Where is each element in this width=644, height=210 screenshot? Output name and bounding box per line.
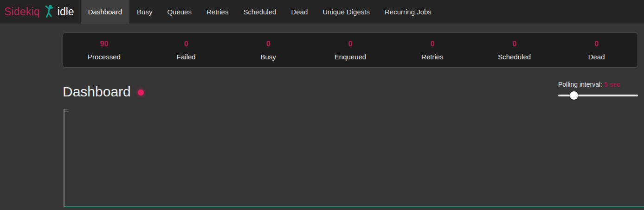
y-axis-tick	[64, 111, 69, 112]
stat-busy: 0 Busy	[227, 40, 309, 61]
nav-tab-busy[interactable]: Busy	[129, 0, 160, 24]
sidekiq-dancer-logo-icon	[44, 4, 54, 20]
stat-busy-value: 0	[227, 40, 309, 48]
page-header: Dashboard Polling interval: 5 sec	[63, 81, 638, 100]
stat-failed-label: Failed	[145, 53, 227, 61]
stat-scheduled: 0 Scheduled	[473, 40, 555, 61]
page-title: Dashboard	[63, 84, 144, 100]
nav-tab-dashboard[interactable]: Dashboard	[81, 0, 129, 24]
polling-label: Polling interval: 5 sec	[558, 81, 638, 88]
brand-wordmark: Sidekiq	[4, 6, 40, 18]
nav-tab-retries[interactable]: Retries	[199, 0, 236, 24]
nav-tab-recurring-jobs[interactable]: Recurring Jobs	[377, 0, 439, 24]
stat-retries-label: Retries	[391, 53, 473, 61]
stat-failed: 0 Failed	[145, 40, 227, 61]
live-poll-beacon-icon	[138, 89, 144, 95]
stat-processed: 90 Processed	[63, 40, 145, 61]
status-text: idle	[58, 6, 74, 18]
polling-control: Polling interval: 5 sec	[558, 81, 638, 100]
page-title-text: Dashboard	[63, 84, 131, 100]
stat-dead: 0 Dead	[555, 40, 638, 61]
polling-value: 5 sec	[604, 81, 620, 88]
stat-retries-value: 0	[391, 40, 473, 48]
stat-enqueued-value: 0	[309, 40, 392, 48]
stat-enqueued-label: Enqueued	[309, 53, 392, 61]
stat-processed-value: 90	[63, 40, 145, 48]
polling-interval-slider[interactable]	[558, 91, 638, 100]
dashboard-chart-section	[64, 109, 644, 207]
stat-enqueued: 0 Enqueued	[309, 40, 392, 61]
nav-tab-dead[interactable]: Dead	[283, 0, 315, 24]
stat-dead-label: Dead	[555, 53, 638, 61]
stat-failed-value: 0	[145, 40, 227, 48]
stat-processed-label: Processed	[63, 53, 145, 61]
stats-summary-bar: 90 Processed 0 Failed 0 Busy 0 Enqueued …	[63, 32, 638, 68]
brand-link[interactable]: Sidekiq idle	[0, 0, 77, 24]
realtime-chart-canvas	[64, 109, 644, 207]
nav-tab-scheduled[interactable]: Scheduled	[236, 0, 283, 24]
stat-dead-value: 0	[555, 40, 638, 48]
stat-retries: 0 Retries	[391, 40, 473, 61]
stat-scheduled-label: Scheduled	[473, 53, 555, 61]
top-navbar: Sidekiq idle Dashboard Busy Queues Retri…	[0, 0, 644, 24]
nav-tabs: Dashboard Busy Queues Retries Scheduled …	[81, 0, 439, 24]
y-axis-tick	[64, 109, 69, 110]
slider-thumb[interactable]	[570, 91, 578, 100]
nav-tab-queues[interactable]: Queues	[160, 0, 199, 24]
nav-tab-unique-digests[interactable]: Unique Digests	[315, 0, 377, 24]
stat-scheduled-value: 0	[473, 40, 555, 48]
stat-busy-label: Busy	[227, 53, 309, 61]
